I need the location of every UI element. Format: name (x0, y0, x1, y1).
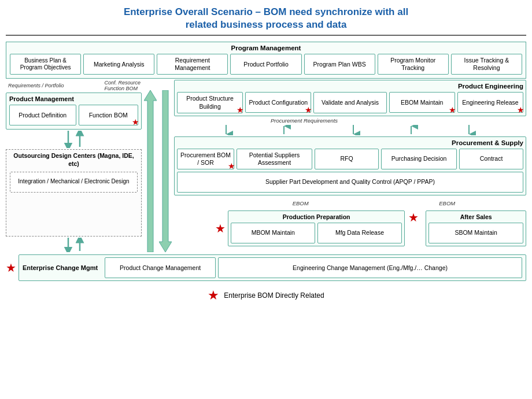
pm-box-5: Program Plan WBS (304, 54, 375, 75)
sbom-box: SBOM Maintain (428, 223, 523, 243)
star-legend: ★ (208, 289, 219, 302)
function-bom-box-wrap: Function BOM ★ (79, 105, 139, 125)
middle-arrows2 (159, 90, 172, 252)
conf-resource-label: Conf. ResourceFunction BOM (104, 80, 141, 91)
star-ebom: ★ (449, 105, 456, 114)
procurement-section: Procurement & Supply Procurement BOM / S… (174, 136, 526, 195)
validate-box: Validate and Analysis (313, 92, 386, 113)
outsourcing-section: Outsourcing Design Centers (Magna, IDE, … (6, 149, 142, 237)
pm-box-3: Requirement Management (157, 54, 228, 75)
pe-label: Product Engineering (177, 83, 523, 90)
star-production: ★ (215, 223, 226, 234)
ebom-maintain-box: EBOM Maintain (389, 92, 455, 113)
ebom-label-1: EBOM (293, 200, 309, 206)
star-ecm: ★ (6, 262, 16, 274)
contract-box: Contract (459, 149, 523, 169)
left-bottom-arrows (57, 238, 91, 252)
star-proc-bom: ★ (228, 161, 235, 171)
pm-box-4: Product Portfolio (230, 54, 301, 75)
req-portfolio-label: Requirements / Portfolio (8, 83, 64, 88)
proc-bom-box: Procurement BOM / SOR (177, 149, 234, 169)
pm-box-6: Program Monitor Tracking (378, 54, 449, 75)
prod-config-box: Product Configuration (245, 92, 311, 113)
outsource-label: Outsourcing Design Centers (Magna, IDE, … (10, 152, 138, 168)
star-ps: ★ (237, 105, 244, 114)
supplier-dev-box: Supplier Part Development and Quality Co… (177, 172, 523, 193)
eng-release-box: Engineering Release (457, 92, 523, 113)
svg-marker-5 (159, 90, 172, 252)
legend: ★ Enterprise BOM Directly Related (6, 289, 526, 302)
pm-box-7: Issue Tracking & Resolving (451, 54, 522, 75)
prod-config-wrap: Product Configuration ★ (245, 92, 311, 113)
middle-arrows (144, 90, 157, 252)
mbom-box: MBOM Maintain (231, 223, 315, 243)
as-label: After Sales (428, 213, 523, 220)
eng-release-wrap: Engineering Release ★ (457, 92, 523, 113)
star-pc: ★ (305, 105, 312, 114)
diagram: Program Management Business Plan & Progr… (6, 42, 526, 281)
proc-label: Procurement & Supply (177, 139, 523, 146)
production-section: Production Preparation MBOM Maintain Mfg… (228, 210, 404, 246)
legend-label: Enterprise BOM Directly Related (224, 291, 324, 300)
ps-build-box-wrap: Product Structure Building ★ (177, 92, 243, 113)
pm-box-1: Business Plan & Program Objectives (10, 54, 81, 75)
proc-req-label: Procurement Requirements (271, 117, 338, 124)
product-management-section: Product Management Product Definition Fu… (6, 93, 142, 130)
mfg-data-box: Mfg Data Release (317, 223, 402, 243)
purch-dec-box: Purchasing Decision (381, 149, 457, 169)
proc-bom-wrap: Procurement BOM / SOR ★ (177, 149, 234, 169)
product-engineering-section: Product Engineering Product Structure Bu… (174, 80, 526, 116)
left-arrows (57, 131, 91, 148)
ecm-section: Enterprise Change Mgmt Product Change Ma… (19, 254, 526, 281)
pe-ps-arrows (180, 125, 520, 135)
page-title: Enterprise Overall Scenario – BOM need s… (6, 6, 526, 36)
product-def-box: Product Definition (9, 105, 76, 125)
ecm-eng-box: Engineering Change Management (Eng./Mfg.… (218, 257, 522, 278)
pot-sup-box: Potential Suppliers Assessment (237, 149, 312, 169)
integration-box: Integration / Mechanical / Electronic De… (10, 172, 138, 193)
pm-label: Program Management (10, 45, 522, 51)
pcm-box: Product Change Management (105, 257, 216, 278)
svg-marker-4 (144, 90, 157, 252)
program-management-section: Program Management Business Plan & Progr… (6, 42, 526, 79)
pm-section-label: Product Management (9, 95, 138, 102)
ebom-maintain-wrap: EBOM Maintain ★ (389, 92, 455, 113)
ecm-label: Enterprise Change Mgmt (23, 264, 98, 271)
pm-box-2: Marketing Analysis (83, 54, 154, 75)
star-aftersales: ★ (408, 212, 419, 223)
function-bom-box: Function BOM (79, 105, 139, 125)
ebom-label-2: EBOM (439, 200, 455, 206)
star-er: ★ (517, 105, 524, 114)
prod-section-label: Production Preparation (231, 213, 401, 220)
star-function-bom: ★ (132, 117, 139, 127)
after-sales-section: After Sales SBOM Maintain (426, 210, 526, 246)
rfq-box: RFQ (315, 149, 379, 169)
ps-build-box: Product Structure Building (177, 92, 243, 113)
